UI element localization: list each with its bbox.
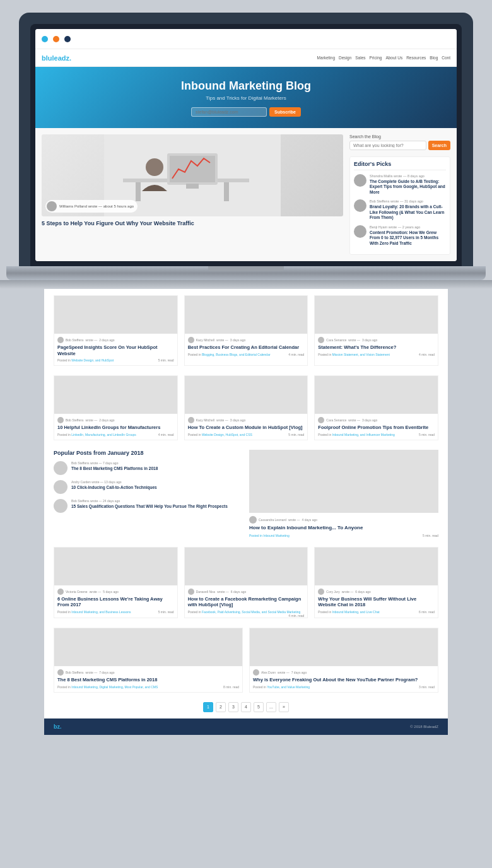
featured-large-article: Cassandra Leonard wrote — 4 days ago How… [249, 450, 438, 537]
popular-post-title-2[interactable]: 15 Sales Qualification Questions That Wi… [71, 504, 228, 509]
popular-meta-1: Andry Carden wrote — 13 days ago [71, 480, 157, 484]
blog-card-title-r3-1[interactable]: How to Create a Facebook Remarketing Cam… [188, 596, 305, 609]
featured-author-avatar [47, 201, 57, 211]
pick-title-1[interactable]: Brand Loyalty: 20 Brands with a Cult-Lik… [370, 204, 446, 220]
blog-card-title-r2-1[interactable]: How To Create a Custom Module in HubSpot… [188, 425, 305, 431]
blog-card-meta-r3-0: Victoria Greene wrote — 5 days ago [57, 589, 174, 595]
hero-email-input[interactable] [191, 107, 267, 117]
pick-title-2[interactable]: Content Promotion: How We Grew From 0 to… [370, 230, 446, 246]
page-1[interactable]: 1 [203, 702, 213, 712]
site-footer: bz. © 2018 BluleadZ [44, 718, 448, 735]
featured-large-title[interactable]: How to Explain Inbound Marketing... To A… [249, 525, 438, 531]
featured-author-badge: Williams Polland wrote — about 5 hours a… [45, 200, 138, 213]
hero-subscribe-button[interactable]: Subscribe [269, 107, 301, 117]
blog-card-body-r2-1: Kacy Mitchell wrote — 3 days ago How To … [185, 414, 308, 440]
blog-card-title-r3-2[interactable]: Why Your Business Will Suffer Without Li… [318, 596, 435, 609]
featured-article-title[interactable]: 5 Steps to Help You Figure Out Why Your … [42, 220, 343, 228]
svg-rect-3 [224, 182, 229, 201]
blog-card-title-0[interactable]: PageSpeed Insights Score On Your HubSpot… [57, 344, 174, 357]
blog-card-tags-r3-1: Posted in Facebook, Paid Advertising, So… [188, 610, 305, 614]
blog-card-img-2 [315, 296, 438, 334]
blog-card-body-r4-1: Alex Dunn wrote — 7 days ago Why is Ever… [250, 666, 438, 692]
pick-content-2: Benji Hyam wrote — 2 years ago Content P… [370, 225, 446, 246]
blog-card-img-r2-1 [185, 376, 308, 414]
hero-title: Inbound Marketing Blog [42, 79, 450, 93]
nav-about[interactable]: About Us [385, 56, 402, 60]
nav-sales[interactable]: Sales [355, 56, 365, 60]
nav-blog[interactable]: Blog [430, 56, 438, 60]
search-button[interactable]: Search [428, 141, 450, 150]
nav-design[interactable]: Design [339, 56, 351, 60]
blog-card-tags-r2-0: Posted in LinkedIn, Manufacturing, and L… [57, 433, 174, 437]
blog-card-avatar-r3-1 [188, 589, 194, 595]
nav-marketing[interactable]: Marketing [317, 56, 336, 60]
popular-item-0: Bob Steffens wrote — 7 days ago The 8 Be… [54, 461, 243, 475]
main-content: Williams Polland wrote — about 5 hours a… [35, 128, 457, 261]
page-4[interactable]: 4 [241, 702, 251, 712]
popular-post-title-0[interactable]: The 8 Best Marketing CMS Platforms in 20… [71, 466, 158, 471]
blog-card-title-1[interactable]: Best Practices For Creating An Editorial… [188, 344, 305, 351]
nav-pricing[interactable]: Pricing [370, 56, 382, 60]
page-2[interactable]: 2 [216, 702, 226, 712]
blog-card-r2-2: Cara Senance wrote — 3 days ago Foolproo… [314, 375, 438, 440]
blog-card-title-r4-1[interactable]: Why is Everyone Freaking Out About the N… [253, 677, 435, 683]
blog-card-tags-2: Posted in Mission Statement, and Vision … [318, 353, 435, 356]
blog-grid-row1: Bob Steffens wrote — 2 days ago PageSpee… [54, 295, 438, 367]
pick-avatar-1 [354, 199, 366, 212]
page-3[interactable]: 3 [228, 702, 238, 712]
blog-card-tags-r4-0: Posted in Inbound Marketing, Digital Mar… [57, 685, 239, 689]
blog-card-title-r2-0[interactable]: 10 Helpful LinkedIn Groups for Manufactu… [57, 425, 174, 431]
page-ellipsis: ... [266, 702, 276, 712]
page-5[interactable]: 5 [254, 702, 264, 712]
blog-card-avatar-r3-0 [57, 589, 64, 595]
laptop-bezel: bluleadz. Marketing Design Sales Pricing… [30, 24, 462, 266]
blog-card-meta-r4-1: Alex Dunn wrote — 7 days ago [253, 669, 435, 676]
blog-card-title-r4-0[interactable]: The 8 Best Marketing CMS Platforms in 20… [57, 677, 239, 683]
blog-card-meta-r3-1: Danavell Niss wrote — 6 days ago [188, 589, 305, 595]
nav-resources[interactable]: Resources [406, 56, 426, 60]
blog-card-avatar-r4-0 [57, 669, 64, 676]
blog-card-avatar-2 [318, 337, 324, 343]
pagination: 1 2 3 4 5 ... » [54, 702, 438, 712]
popular-post-title-1[interactable]: 10 Click-Inducing Call-to-Action Techniq… [71, 485, 157, 490]
footer-logo: bz. [54, 724, 62, 730]
blog-card-body-0: Bob Steffens wrote — 2 days ago PageSpee… [54, 334, 177, 366]
blog-card-title-2[interactable]: Statement: What's The Difference? [318, 344, 435, 351]
blog-card-tags-r2-2: Posted in Inbound Marketing, and Influen… [318, 433, 435, 437]
blog-card-body-1: Kacy Mitchell wrote — 3 days ago Best Pr… [185, 334, 308, 360]
nav-contact[interactable]: Cont [442, 56, 450, 60]
blog-card-r4-0: Bob Steffens wrote — 7 days ago The 8 Be… [54, 628, 243, 693]
hero-subtitle: Tips and Tricks for Digital Marketers [42, 95, 450, 101]
blog-card-r2-1: Kacy Mitchell wrote — 3 days ago How To … [184, 375, 308, 440]
featured-article-image: Williams Polland wrote — about 5 hours a… [42, 134, 343, 216]
blog-card-0: Bob Steffens wrote — 2 days ago PageSpee… [54, 295, 178, 367]
browser-nav-bar [35, 29, 457, 49]
blog-card-avatar-r2-1 [188, 417, 194, 423]
blog-card-1: Kacy Mitchell wrote — 3 days ago Best Pr… [184, 295, 308, 367]
site-logo: bluleadz. [42, 54, 71, 62]
pick-meta-1: Bob Steffens wrote — 31 days ago [370, 199, 446, 203]
pick-avatar-2 [354, 225, 366, 238]
blog-card-img-r3-1 [185, 548, 308, 585]
blog-card-title-r3-0[interactable]: 6 Online Business Lessons We're Taking A… [57, 596, 174, 609]
page-next[interactable]: » [279, 702, 289, 712]
search-box: Search the Blog Search [349, 134, 450, 150]
search-input[interactable] [349, 141, 426, 150]
blog-card-body-r3-0: Victoria Greene wrote — 5 days ago 6 Onl… [54, 585, 177, 618]
blog-card-img-r4-0 [54, 628, 242, 666]
pick-title-0[interactable]: The Complete Guide to A/B Testing: Exper… [370, 179, 446, 195]
blog-card-r2-0: Bob Steffens wrote — 2 days ago 10 Helpf… [54, 375, 178, 440]
blog-card-r3-0: Victoria Greene wrote — 5 days ago 6 Onl… [54, 547, 178, 619]
popular-content-2: Bob Steffens wrote — 24 days ago 15 Sale… [71, 499, 228, 509]
blog-card-r3-1: Danavell Niss wrote — 6 days ago How to … [184, 547, 308, 619]
blog-card-body-r3-1: Danavell Niss wrote — 6 days ago How to … [185, 585, 308, 618]
blog-card-title-r2-2[interactable]: Foolproof Online Promotion Tips from Eve… [318, 425, 435, 431]
pick-meta-2: Benji Hyam wrote — 2 years ago [370, 225, 446, 229]
blog-card-r3-2: Cory Jury wrote — 6 days ago Why Your Bu… [314, 547, 438, 619]
blog-card-tags-1: Posted in Blogging, Business Blogs, and … [188, 353, 305, 356]
blog-card-meta-1: Kacy Mitchell wrote — 3 days ago [188, 337, 305, 343]
pick-content-0: Shondra Mallis wrote — 8 days ago The Co… [370, 174, 446, 195]
search-label: Search the Blog [349, 134, 450, 139]
hero-form: Subscribe [42, 107, 450, 117]
nav-links[interactable]: Marketing Design Sales Pricing About Us … [317, 56, 451, 60]
